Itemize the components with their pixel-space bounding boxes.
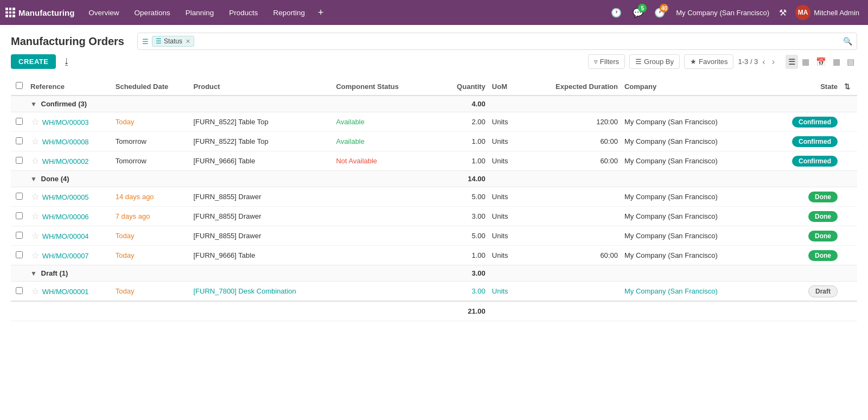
product-name[interactable]: [FURN_8855] Drawer [193, 232, 261, 240]
table-row[interactable]: ☆ WH/MO/00005 14 days ago [FURN_8855] Dr… [11, 187, 857, 207]
select-all-checkbox[interactable] [16, 82, 23, 89]
chat-icon-btn[interactable]: 💬 5 [628, 3, 648, 22]
ref-link[interactable]: WH/MO/00004 [42, 232, 89, 240]
select-all-header[interactable] [11, 78, 27, 96]
group-by-button[interactable]: ☰ Group By [629, 54, 680, 69]
row-checkbox[interactable] [16, 193, 23, 200]
th-company[interactable]: Company [621, 78, 763, 96]
app-logo[interactable]: Manufacturing [5, 8, 74, 17]
th-state[interactable]: State [763, 78, 841, 96]
search-icon[interactable]: 🔍 [843, 37, 852, 46]
search-input[interactable] [197, 37, 840, 46]
group-name-cell[interactable]: ▼ Confirmed (3) [27, 96, 432, 112]
row-reference[interactable]: ☆ WH/MO/00001 [27, 282, 112, 302]
row-checkbox[interactable] [16, 251, 23, 258]
row-reference[interactable]: ☆ WH/MO/00003 [27, 112, 112, 132]
favorites-button[interactable]: ★ Favorites [684, 54, 733, 69]
product-name[interactable]: [FURN_9666] Table [193, 251, 255, 259]
search-bar[interactable]: ☰ ☰ Status ✕ 🔍 [137, 33, 857, 50]
activity-icon-btn[interactable]: 🕐 [607, 3, 626, 22]
row-checkbox[interactable] [16, 232, 23, 239]
product-name[interactable]: [FURN_8522] Table Top [193, 118, 268, 126]
group-toggle[interactable]: ▼ [30, 100, 37, 108]
favorite-star[interactable]: ☆ [30, 286, 40, 296]
th-quantity[interactable]: Quantity [432, 78, 489, 96]
nav-overview[interactable]: Overview [82, 0, 125, 25]
row-checkbox[interactable] [16, 157, 23, 164]
favorite-star[interactable]: ☆ [30, 156, 40, 166]
table-row[interactable]: ☆ WH/MO/00002 Tomorrow [FURN_9666] Table… [11, 151, 857, 171]
product-name[interactable]: [FURN_7800] Desk Combination [193, 287, 296, 295]
row-checkbox[interactable] [16, 118, 23, 125]
row-checkbox[interactable] [16, 212, 23, 219]
table-row[interactable]: ☆ WH/MO/00001 Today [FURN_7800] Desk Com… [11, 282, 857, 302]
row-reference[interactable]: ☆ WH/MO/00004 [27, 226, 112, 246]
list-view-button[interactable]: ☰ [786, 55, 798, 69]
pivot-view-button[interactable]: ▦ [830, 55, 843, 69]
row-product[interactable]: [FURN_8855] Drawer [190, 226, 333, 246]
table-row[interactable]: ☆ WH/MO/00008 Tomorrow [FURN_8522] Table… [11, 132, 857, 151]
th-reference[interactable]: Reference [27, 78, 112, 96]
group-name-cell[interactable]: ▼ Done (4) [27, 171, 432, 187]
nav-operations[interactable]: Operations [128, 0, 177, 25]
export-button[interactable]: ⭳ [59, 55, 74, 69]
ref-link[interactable]: WH/MO/00003 [42, 118, 89, 126]
ref-link[interactable]: WH/MO/00008 [42, 138, 89, 146]
ref-link[interactable]: WH/MO/00006 [42, 213, 89, 221]
prev-page-button[interactable]: ‹ [760, 56, 767, 68]
row-reference[interactable]: ☆ WH/MO/00005 [27, 187, 112, 207]
nav-reporting[interactable]: Reporting [266, 0, 311, 25]
th-product[interactable]: Product [190, 78, 333, 96]
kanban-view-button[interactable]: ▦ [799, 55, 812, 69]
ref-link[interactable]: WH/MO/00002 [42, 157, 89, 166]
favorite-star[interactable]: ☆ [30, 192, 40, 202]
favorite-star[interactable]: ☆ [30, 231, 40, 241]
user-menu[interactable]: MA Mitchell Admin [792, 5, 863, 20]
row-checkbox-cell[interactable] [11, 151, 27, 171]
row-checkbox-cell[interactable] [11, 246, 27, 265]
row-checkbox-cell[interactable] [11, 132, 27, 151]
row-reference[interactable]: ☆ WH/MO/00006 [27, 207, 112, 226]
row-product[interactable]: [FURN_7800] Desk Combination [190, 282, 333, 302]
product-name[interactable]: [FURN_8855] Drawer [193, 193, 261, 201]
row-product[interactable]: [FURN_8855] Drawer [190, 187, 333, 207]
th-component-status[interactable]: Component Status [333, 78, 432, 96]
favorite-star[interactable]: ☆ [30, 250, 40, 260]
graph-view-button[interactable]: ▤ [844, 55, 857, 69]
product-name[interactable]: [FURN_9666] Table [193, 157, 255, 165]
ref-link[interactable]: WH/MO/00001 [42, 288, 89, 296]
th-expected-duration[interactable]: Expected Duration [531, 78, 621, 96]
row-checkbox-cell[interactable] [11, 112, 27, 132]
favorite-star[interactable]: ☆ [30, 211, 40, 221]
next-page-button[interactable]: › [770, 56, 777, 68]
row-product[interactable]: [FURN_9666] Table [190, 246, 333, 265]
row-product[interactable]: [FURN_8522] Table Top [190, 112, 333, 132]
ref-link[interactable]: WH/MO/00005 [42, 193, 89, 201]
row-checkbox-cell[interactable] [11, 282, 27, 302]
group-toggle[interactable]: ▼ [30, 175, 37, 183]
row-checkbox[interactable] [16, 137, 23, 144]
row-product[interactable]: [FURN_9666] Table [190, 151, 333, 171]
nav-products[interactable]: Products [222, 0, 264, 25]
company-selector[interactable]: My Company (San Francisco) [672, 9, 774, 17]
product-name[interactable]: [FURN_8522] Table Top [193, 137, 268, 145]
group-toggle[interactable]: ▼ [30, 270, 37, 277]
product-name[interactable]: [FURN_8855] Drawer [193, 212, 261, 220]
row-checkbox[interactable] [16, 287, 23, 294]
group-name-cell[interactable]: ▼ Draft (1) [27, 265, 432, 282]
table-row[interactable]: ☆ WH/MO/00003 Today [FURN_8522] Table To… [11, 112, 857, 132]
row-reference[interactable]: ☆ WH/MO/00002 [27, 151, 112, 171]
nav-planning[interactable]: Planning [179, 0, 221, 25]
tag-close-button[interactable]: ✕ [186, 38, 190, 45]
row-reference[interactable]: ☆ WH/MO/00007 [27, 246, 112, 265]
table-row[interactable]: ☆ WH/MO/00006 7 days ago [FURN_8855] Dra… [11, 207, 857, 226]
row-product[interactable]: [FURN_8522] Table Top [190, 132, 333, 151]
favorite-star[interactable]: ☆ [30, 136, 40, 147]
th-scheduled-date[interactable]: Scheduled Date [112, 78, 190, 96]
calendar-view-button[interactable]: 📅 [813, 55, 829, 69]
create-button[interactable]: CREATE [11, 54, 56, 69]
clock-icon-btn[interactable]: 🕐 40 [650, 3, 669, 22]
ref-link[interactable]: WH/MO/00007 [42, 252, 89, 260]
settings-icon[interactable]: ⚒ [776, 8, 790, 18]
favorite-star[interactable]: ☆ [30, 117, 40, 127]
